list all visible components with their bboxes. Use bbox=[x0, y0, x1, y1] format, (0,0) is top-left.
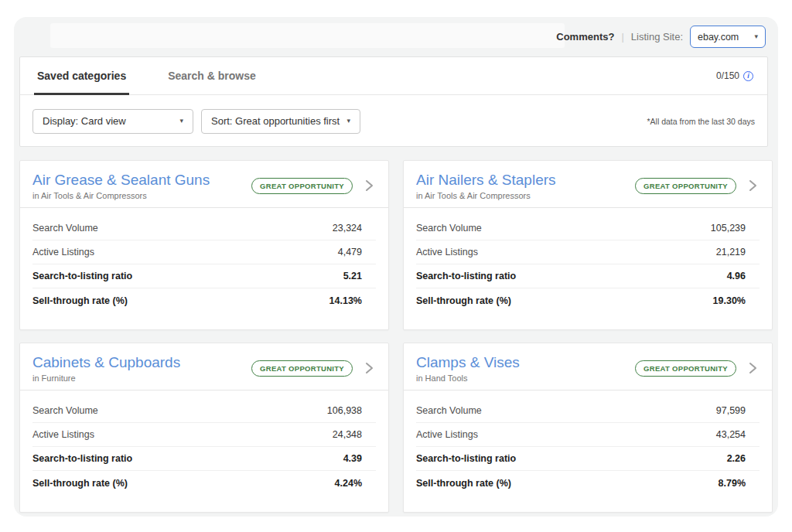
metric-label: Sell-through rate (%) bbox=[416, 478, 511, 489]
chevron-down-icon: ▾ bbox=[179, 118, 183, 124]
tab-search-browse[interactable]: Search & browse bbox=[165, 57, 259, 94]
listing-site-value: ebay.com bbox=[698, 32, 739, 43]
card-title-wrap: Clamps & Vises in Hand Tools bbox=[416, 354, 520, 383]
category-cards-grid: Air Grease & Sealant Guns in Air Tools &… bbox=[19, 160, 773, 513]
metric-value: 5.21 bbox=[343, 271, 376, 281]
card-title-wrap: Air Nailers & Staplers in Air Tools & Ai… bbox=[416, 172, 556, 200]
metric-label: Search-to-listing ratio bbox=[416, 271, 516, 281]
info-icon[interactable]: i bbox=[743, 71, 753, 81]
table-row: Active Listings 43,254 bbox=[416, 423, 760, 447]
metric-label: Search-to-listing ratio bbox=[32, 453, 132, 464]
table-row: Sell-through rate (%) 14.13% bbox=[32, 288, 376, 312]
page: Comments? | Listing Site: ebay.com ▾ Sav… bbox=[0, 0, 792, 532]
tabs-row: Saved categories Search & browse 0/150 i bbox=[20, 57, 767, 95]
card-metrics-table: Search Volume 105,239 Active Listings 21… bbox=[404, 208, 772, 312]
chevron-right-icon[interactable] bbox=[746, 179, 760, 193]
category-parent: in Air Tools & Air Compressors bbox=[32, 191, 210, 200]
metric-value: 2.26 bbox=[727, 453, 760, 464]
metric-value: 105,239 bbox=[711, 223, 760, 234]
card-header: Clamps & Vises in Hand Tools GREAT OPPOR… bbox=[404, 343, 772, 390]
opportunity-badge: GREAT OPPORTUNITY bbox=[635, 360, 736, 377]
card-title-wrap: Air Grease & Sealant Guns in Air Tools &… bbox=[32, 172, 210, 200]
listing-site-label: Listing Site: bbox=[631, 31, 683, 43]
table-row: Active Listings 21,219 bbox=[416, 240, 760, 264]
toolbar-blank-area bbox=[50, 23, 565, 48]
saved-counter-wrap: 0/150 i bbox=[716, 57, 753, 94]
card-header: Air Grease & Sealant Guns in Air Tools &… bbox=[20, 161, 388, 208]
metric-label: Sell-through rate (%) bbox=[32, 295, 128, 306]
table-row: Search Volume 23,324 bbox=[32, 217, 376, 240]
top-bar-right: Comments? | Listing Site: ebay.com ▾ bbox=[556, 17, 766, 56]
table-row: Search Volume 97,599 bbox=[416, 399, 760, 423]
sort-dropdown-value: Sort: Great opportunities first bbox=[211, 115, 340, 127]
table-row: Sell-through rate (%) 4.24% bbox=[32, 471, 376, 495]
category-title-link[interactable]: Clamps & Vises bbox=[416, 354, 520, 371]
card-metrics-table: Search Volume 23,324 Active Listings 4,4… bbox=[20, 208, 388, 312]
controls-panel: Saved categories Search & browse 0/150 i… bbox=[19, 56, 768, 147]
data-note: *All data from the last 30 days bbox=[647, 117, 756, 126]
listing-site-select[interactable]: ebay.com ▾ bbox=[690, 26, 766, 48]
chevron-down-icon: ▾ bbox=[754, 33, 758, 40]
opportunity-badge: GREAT OPPORTUNITY bbox=[251, 360, 353, 377]
metric-label: Search Volume bbox=[416, 223, 482, 234]
metric-label: Search-to-listing ratio bbox=[416, 453, 516, 464]
card-header-right: GREAT OPPORTUNITY bbox=[251, 360, 376, 377]
metric-label: Active Listings bbox=[32, 247, 94, 257]
saved-counter: 0/150 bbox=[716, 70, 739, 81]
card-header: Cabinets & Cupboards in Furniture GREAT … bbox=[20, 343, 388, 390]
table-row: Active Listings 24,348 bbox=[32, 423, 376, 447]
metric-value: 21,219 bbox=[716, 247, 760, 257]
table-row: Sell-through rate (%) 19.30% bbox=[416, 288, 760, 312]
metric-value: 97,599 bbox=[716, 405, 760, 416]
card-title-wrap: Cabinets & Cupboards in Furniture bbox=[32, 354, 180, 383]
card-header-right: GREAT OPPORTUNITY bbox=[635, 360, 760, 377]
category-parent: in Hand Tools bbox=[416, 373, 520, 383]
category-title-link[interactable]: Air Grease & Sealant Guns bbox=[32, 172, 210, 189]
metric-label: Active Listings bbox=[416, 429, 478, 440]
chevron-right-icon[interactable] bbox=[362, 361, 376, 375]
metric-value: 23,324 bbox=[333, 223, 376, 234]
topbar-divider: | bbox=[621, 31, 623, 43]
category-card: Air Grease & Sealant Guns in Air Tools &… bbox=[19, 160, 389, 330]
table-row: Search Volume 105,239 bbox=[416, 217, 760, 240]
metric-label: Search Volume bbox=[32, 223, 98, 234]
table-row: Active Listings 4,479 bbox=[32, 240, 376, 264]
category-parent: in Air Tools & Air Compressors bbox=[416, 191, 556, 200]
tab-saved-categories[interactable]: Saved categories bbox=[34, 57, 129, 94]
card-metrics-table: Search Volume 97,599 Active Listings 43,… bbox=[404, 390, 772, 495]
category-title-link[interactable]: Cabinets & Cupboards bbox=[32, 354, 180, 371]
opportunity-badge: GREAT OPPORTUNITY bbox=[635, 178, 736, 194]
tabs-spacer bbox=[295, 57, 716, 94]
display-dropdown[interactable]: Display: Card view ▾ bbox=[32, 109, 193, 134]
table-row: Search-to-listing ratio 4.39 bbox=[32, 447, 376, 471]
sort-dropdown[interactable]: Sort: Great opportunities first ▾ bbox=[201, 109, 360, 134]
opportunity-badge: GREAT OPPORTUNITY bbox=[251, 178, 353, 194]
metric-label: Active Listings bbox=[416, 247, 478, 257]
metric-value: 4,479 bbox=[338, 247, 376, 257]
card-metrics-table: Search Volume 106,938 Active Listings 24… bbox=[20, 390, 388, 495]
metric-label: Search Volume bbox=[416, 405, 482, 416]
chevron-right-icon[interactable] bbox=[362, 179, 376, 193]
app-container: Comments? | Listing Site: ebay.com ▾ Sav… bbox=[14, 17, 778, 517]
table-row: Search-to-listing ratio 4.96 bbox=[416, 264, 760, 288]
filters-row: Display: Card view ▾ Sort: Great opportu… bbox=[20, 95, 767, 147]
metric-value: 106,938 bbox=[327, 405, 376, 416]
metric-value: 4.24% bbox=[335, 478, 376, 489]
category-card: Clamps & Vises in Hand Tools GREAT OPPOR… bbox=[403, 343, 773, 513]
metric-label: Sell-through rate (%) bbox=[416, 295, 511, 306]
comments-link[interactable]: Comments? bbox=[556, 31, 614, 43]
metric-value: 43,254 bbox=[716, 429, 760, 440]
metric-value: 19.30% bbox=[713, 295, 760, 306]
chevron-down-icon: ▾ bbox=[346, 118, 350, 124]
chevron-right-icon[interactable] bbox=[746, 361, 760, 375]
metric-value: 4.39 bbox=[343, 453, 376, 464]
metric-value: 4.96 bbox=[727, 271, 760, 281]
category-title-link[interactable]: Air Nailers & Staplers bbox=[416, 172, 556, 189]
category-parent: in Furniture bbox=[32, 373, 180, 383]
card-header: Air Nailers & Staplers in Air Tools & Ai… bbox=[404, 161, 772, 208]
table-row: Search-to-listing ratio 5.21 bbox=[32, 264, 376, 288]
card-header-right: GREAT OPPORTUNITY bbox=[251, 178, 376, 194]
category-card: Cabinets & Cupboards in Furniture GREAT … bbox=[19, 343, 389, 513]
card-header-right: GREAT OPPORTUNITY bbox=[635, 178, 760, 194]
metric-label: Search-to-listing ratio bbox=[32, 271, 132, 281]
